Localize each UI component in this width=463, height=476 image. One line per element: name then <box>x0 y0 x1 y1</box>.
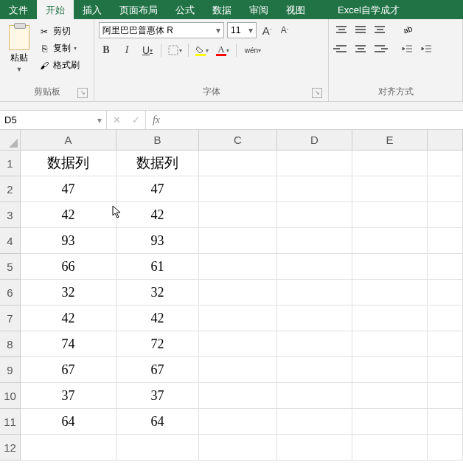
cell[interactable]: 42 <box>116 202 199 228</box>
shrink-font-button[interactable]: Aˇ <box>277 22 292 38</box>
cell[interactable]: 67 <box>21 357 116 383</box>
decrease-indent-button[interactable] <box>400 41 416 56</box>
tab-view[interactable]: 视图 <box>277 0 314 19</box>
cell[interactable] <box>277 331 352 357</box>
row-header[interactable]: 7 <box>0 306 21 331</box>
grow-font-button[interactable]: Aˆ <box>260 22 274 38</box>
cell[interactable] <box>277 435 352 461</box>
cell[interactable] <box>352 435 428 461</box>
enter-formula-button[interactable]: ✓ <box>126 114 145 125</box>
tab-page-layout[interactable]: 页面布局 <box>111 0 167 19</box>
name-box[interactable]: ▾ <box>0 111 107 129</box>
cell[interactable] <box>352 383 428 409</box>
cell[interactable]: 37 <box>21 383 116 409</box>
tab-insert[interactable]: 插入 <box>74 0 111 19</box>
copy-button[interactable]: ⎘ 复制 ▾ <box>38 42 80 55</box>
cell[interactable] <box>428 254 463 280</box>
cell[interactable] <box>352 306 428 331</box>
cell[interactable]: 93 <box>21 228 116 254</box>
font-color-button[interactable]: A ▾ <box>215 43 230 58</box>
clipboard-launcher[interactable]: ↘ <box>77 88 88 98</box>
cell[interactable] <box>277 306 352 331</box>
cancel-formula-button[interactable]: ✕ <box>107 114 126 125</box>
formula-input[interactable] <box>167 111 463 129</box>
cell[interactable] <box>428 176 463 202</box>
cell[interactable] <box>277 409 352 435</box>
align-right-button[interactable] <box>372 41 388 56</box>
align-bottom-button[interactable] <box>372 22 388 37</box>
cell[interactable]: 42 <box>21 306 116 331</box>
font-size-combo[interactable]: 11 ▾ <box>227 22 257 38</box>
cell[interactable] <box>277 228 352 254</box>
cell[interactable] <box>199 383 277 409</box>
fx-label[interactable]: fx <box>146 111 167 129</box>
cell[interactable] <box>277 357 352 383</box>
cell[interactable] <box>352 202 428 228</box>
cell[interactable] <box>199 202 277 228</box>
column-header[interactable]: C <box>199 130 277 151</box>
italic-button[interactable]: I <box>119 43 134 58</box>
cell[interactable] <box>352 254 428 280</box>
paste-button[interactable]: 粘贴 ▼ <box>4 22 34 73</box>
row-header[interactable]: 2 <box>0 176 21 202</box>
cell[interactable] <box>277 254 352 280</box>
cut-button[interactable]: ✂ 剪切 <box>38 25 80 38</box>
cell[interactable]: 74 <box>21 331 116 357</box>
cell[interactable] <box>199 228 277 254</box>
row-header[interactable]: 3 <box>0 202 21 228</box>
row-header[interactable]: 12 <box>0 435 21 461</box>
font-launcher[interactable]: ↘ <box>312 88 322 98</box>
bold-button[interactable]: B <box>99 43 114 58</box>
row-header[interactable]: 8 <box>0 331 21 357</box>
row-header[interactable]: 6 <box>0 280 21 306</box>
cell[interactable] <box>199 331 277 357</box>
cell[interactable]: 64 <box>21 409 116 435</box>
format-painter-button[interactable]: 🖌 格式刷 <box>38 59 80 72</box>
underline-button[interactable]: U▾ <box>140 43 155 58</box>
row-header[interactable]: 11 <box>0 409 21 435</box>
cell[interactable] <box>428 435 463 461</box>
cell[interactable]: 37 <box>116 383 199 409</box>
cell[interactable] <box>428 409 463 435</box>
tab-data[interactable]: 数据 <box>203 0 240 19</box>
cell[interactable]: 32 <box>21 280 116 306</box>
cell[interactable]: 67 <box>116 357 199 383</box>
tab-formulas[interactable]: 公式 <box>167 0 203 19</box>
column-header[interactable]: B <box>116 130 199 151</box>
cell[interactable] <box>352 280 428 306</box>
tab-file[interactable]: 文件 <box>0 0 37 19</box>
tab-home[interactable]: 开始 <box>37 0 74 19</box>
row-header[interactable]: 5 <box>0 254 21 280</box>
column-header[interactable]: E <box>352 130 428 151</box>
column-header[interactable] <box>428 130 463 151</box>
cell[interactable] <box>277 280 352 306</box>
name-box-input[interactable] <box>0 114 93 125</box>
cell[interactable]: 47 <box>21 176 116 202</box>
cell[interactable]: 42 <box>116 306 199 331</box>
cell[interactable] <box>428 202 463 228</box>
cell[interactable] <box>199 151 277 176</box>
cell[interactable] <box>352 176 428 202</box>
cell[interactable]: 72 <box>116 331 199 357</box>
cell[interactable] <box>352 331 428 357</box>
cell[interactable]: 数据列 <box>21 151 116 176</box>
cell[interactable] <box>352 357 428 383</box>
column-header[interactable]: A <box>21 130 116 151</box>
align-center-button[interactable] <box>352 41 369 56</box>
cell[interactable] <box>199 306 277 331</box>
row-header[interactable]: 4 <box>0 228 21 254</box>
cell[interactable] <box>199 280 277 306</box>
column-header[interactable]: D <box>277 130 352 151</box>
align-top-button[interactable] <box>333 22 349 37</box>
cell[interactable]: 66 <box>21 254 116 280</box>
cell[interactable]: 32 <box>116 280 199 306</box>
cell[interactable] <box>428 151 463 176</box>
cell[interactable] <box>428 306 463 331</box>
cell[interactable] <box>21 435 116 461</box>
select-all-corner[interactable] <box>0 130 21 151</box>
tab-review[interactable]: 审阅 <box>240 0 277 19</box>
fill-color-button[interactable]: ▾ <box>195 43 209 58</box>
border-button[interactable]: ▾ <box>167 43 182 58</box>
cell[interactable]: 61 <box>116 254 199 280</box>
cell[interactable] <box>428 228 463 254</box>
